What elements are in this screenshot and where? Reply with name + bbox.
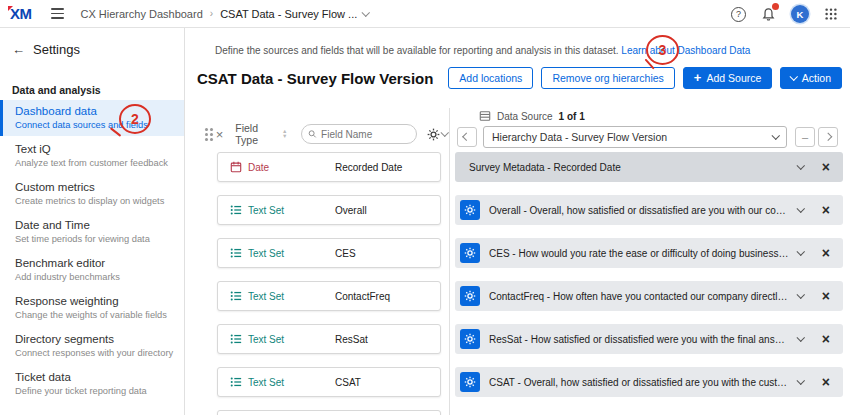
breadcrumb-current[interactable]: CSAT Data - Survey Flow ...: [220, 8, 369, 20]
clear-filter-button[interactable]: ×: [216, 127, 224, 142]
field-settings-button[interactable]: [427, 128, 448, 141]
field-settings-gear-button[interactable]: [460, 200, 480, 220]
field-type: Text Set: [230, 247, 335, 259]
panels-area: × Field Type ▲▼: [185, 108, 850, 415]
mapped-field-row-recorded-date[interactable]: Survey Metadata - Recorded Date ×: [455, 152, 843, 182]
remove-field-button[interactable]: ×: [822, 331, 830, 347]
chevron-down-icon[interactable]: [797, 162, 805, 170]
help-button[interactable]: ?: [731, 7, 746, 22]
learn-about-dashboard-data-link[interactable]: Learn about Dashboard Data: [621, 45, 750, 56]
add-source-button[interactable]: + Add Source: [683, 67, 772, 89]
sidebar-item-dashboard-data[interactable]: Dashboard data Connect data sources and …: [0, 100, 184, 136]
mapped-field-row-ces[interactable]: CES - How would you rate the ease or dif…: [455, 238, 843, 268]
annotation-step-2-number: 2: [131, 111, 139, 127]
nav-item-description: Create metrics to display on widgets: [15, 195, 174, 207]
sidebar-item-custom-metrics[interactable]: Custom metrics Create metrics to display…: [0, 176, 184, 212]
nav-item-description: Analyze text from customer feedback: [15, 157, 174, 169]
nav-item-label: Custom metrics: [15, 180, 174, 194]
field-name-search-input[interactable]: [321, 129, 409, 140]
chevron-down-icon[interactable]: [797, 334, 805, 342]
search-icon: [308, 129, 317, 139]
remove-field-button[interactable]: ×: [822, 245, 830, 261]
field-type-label: Text Set: [248, 205, 284, 216]
data-source-select[interactable]: Hierarchy Data - Survey Flow Version: [483, 126, 787, 148]
field-row-ces[interactable]: Text Set CES: [217, 238, 441, 268]
field-type-label: Text Set: [248, 248, 284, 259]
back-to-settings-button[interactable]: ← Settings: [12, 42, 80, 57]
sidebar-item-benchmark-editor[interactable]: Benchmark editor Add industry benchmarks: [0, 252, 184, 288]
chevron-down-icon: [771, 132, 779, 140]
field-settings-gear-button[interactable]: [460, 372, 480, 392]
chevron-down-icon[interactable]: [797, 205, 805, 213]
nav-item-description: Connect responses with your directory: [15, 347, 174, 359]
remove-field-button[interactable]: ×: [822, 159, 830, 175]
sidebar-item-ticket-data[interactable]: Ticket data Define your ticket reporting…: [0, 366, 184, 402]
field-row-recorded-date[interactable]: Date Recorded Date: [217, 152, 441, 182]
field-name-label: CES: [335, 248, 356, 259]
plus-icon: +: [694, 73, 702, 83]
breadcrumb-root[interactable]: CX Hierarchy Dashboard: [81, 8, 203, 20]
remove-field-button[interactable]: ×: [822, 288, 830, 304]
data-source-panel: Data Source 1 of 1 Hierarchy Data - Surv…: [455, 108, 850, 415]
data-source-header: Data Source 1 of 1: [479, 110, 585, 122]
chevron-down-icon[interactable]: [797, 377, 805, 385]
sidebar-item-text-iq[interactable]: Text iQ Analyze text from customer feedb…: [0, 138, 184, 174]
remove-org-hierarchies-button[interactable]: Remove org hierarchies: [541, 67, 674, 89]
mapped-field-label: ContactFreq - How often have you contact…: [489, 291, 790, 302]
sidebar-item-date-and-time[interactable]: Date and Time Set time periods for viewi…: [0, 214, 184, 250]
apps-grid-button[interactable]: [824, 7, 838, 21]
prev-source-button[interactable]: [457, 127, 477, 147]
field-settings-gear-button[interactable]: [460, 243, 480, 263]
mapped-field-row-csat[interactable]: CSAT - Overall, how satisfied or dissati…: [455, 367, 843, 397]
page-title: CSAT Data - Survey Flow Version: [197, 70, 440, 87]
mapped-field-row-contactfreq[interactable]: ContactFreq - How often have you contact…: [455, 281, 843, 311]
nav-item-label: Response weighting: [15, 294, 174, 308]
chevron-down-icon[interactable]: [797, 248, 805, 256]
mapped-field-label: Overall - Overall, how satisfied or diss…: [489, 205, 790, 216]
field-row-contactfreq[interactable]: Text Set ContactFreq: [217, 281, 441, 311]
collapse-source-button[interactable]: –: [795, 127, 815, 147]
next-source-button[interactable]: [818, 127, 838, 147]
source-nav-buttons: –: [795, 127, 838, 147]
remove-field-button[interactable]: ×: [822, 374, 830, 390]
panel-divider: [449, 108, 450, 415]
page-header: CSAT Data - Survey Flow Version Add loca…: [197, 65, 842, 91]
notifications-button[interactable]: [761, 7, 776, 22]
sort-arrows-icon: ▲▼: [282, 129, 287, 139]
sidebar-item-response-weighting[interactable]: Response weighting Change the weights of…: [0, 290, 184, 326]
hamburger-menu-icon[interactable]: [48, 5, 67, 21]
add-locations-button[interactable]: Add locations: [448, 67, 533, 89]
field-name-label: Recorded Date: [335, 162, 402, 173]
field-name-search[interactable]: [301, 124, 416, 144]
drag-handle-icon[interactable]: [205, 133, 208, 136]
gear-icon: [464, 333, 476, 345]
action-button[interactable]: Action: [780, 67, 842, 89]
field-type-sort-header[interactable]: Field Type ▲▼: [235, 122, 287, 146]
data-source-count: 1 of 1: [559, 111, 585, 122]
gear-icon: [427, 128, 440, 141]
chevron-down-icon: [790, 73, 798, 81]
field-row-overall[interactable]: Text Set Overall: [217, 195, 441, 225]
field-type: Text Set: [230, 376, 335, 388]
field-type: Text Set: [230, 333, 335, 345]
field-row-csat[interactable]: Text Set CSAT: [217, 367, 441, 397]
notification-badge: [772, 3, 779, 10]
sidebar-section-label: Data and analysis: [12, 84, 101, 96]
sidebar-item-directory-segments[interactable]: Directory segments Connect responses wit…: [0, 328, 184, 364]
sidebar-nav: Dashboard data Connect data sources and …: [0, 100, 184, 404]
avatar[interactable]: K: [791, 5, 809, 23]
field-settings-gear-button[interactable]: [460, 286, 480, 306]
chevron-down-icon[interactable]: [797, 291, 805, 299]
mapped-field-row-ressat[interactable]: ResSat - How satisfied or dissatisfied w…: [455, 324, 843, 354]
data-source-select-value: Hierarchy Data - Survey Flow Version: [492, 131, 773, 143]
field-type-label: Text Set: [248, 334, 284, 345]
field-type: Text Set: [230, 204, 335, 216]
chevron-down-icon: [440, 129, 448, 137]
field-settings-gear-button[interactable]: [460, 329, 480, 349]
field-name-label: Overall: [335, 205, 367, 216]
xm-logo[interactable]: XM: [10, 5, 32, 22]
field-name-label: ResSat: [335, 334, 368, 345]
remove-field-button[interactable]: ×: [822, 202, 830, 218]
mapped-field-row-overall[interactable]: Overall - Overall, how satisfied or diss…: [455, 195, 843, 225]
field-row-ressat[interactable]: Text Set ResSat: [217, 324, 441, 354]
